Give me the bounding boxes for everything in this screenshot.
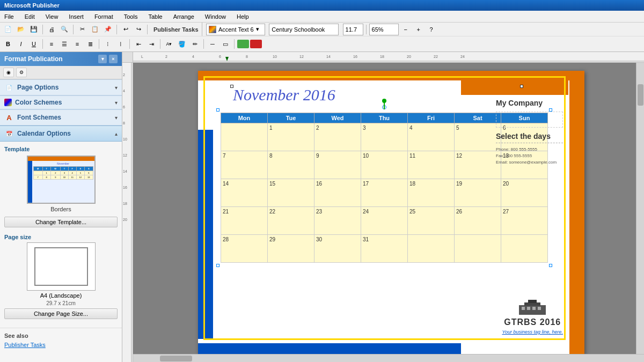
- calendar-cell-r1-c3[interactable]: 2: [314, 123, 361, 151]
- copy-button[interactable]: 📋: [89, 24, 101, 35]
- sidebar-close-icon[interactable]: ×: [109, 55, 118, 63]
- calendar-cell-r3-c3[interactable]: 16: [314, 179, 361, 207]
- help-button[interactable]: ?: [426, 24, 437, 35]
- font-schemes-header[interactable]: A Font Schemes ▾: [0, 109, 122, 125]
- calendar-cell-r4-c7[interactable]: 27: [501, 207, 548, 235]
- calendar-cell-r5-c3[interactable]: 30: [314, 235, 361, 263]
- menu-arrange[interactable]: Arrange: [171, 12, 196, 21]
- redo-button[interactable]: ↪: [133, 24, 144, 35]
- align-center-button[interactable]: ☰: [58, 38, 70, 50]
- line-style-button[interactable]: ─: [207, 38, 218, 50]
- zoom-out-button[interactable]: −: [400, 24, 412, 35]
- calendar-cell-r1-c2[interactable]: 1: [268, 123, 314, 151]
- bullet-list-button[interactable]: ⁝: [102, 38, 114, 50]
- canvas-scrollbar-horizontal[interactable]: [133, 354, 644, 362]
- number-list-button[interactable]: ⁞: [115, 38, 127, 50]
- calendar-cell-r1-c1[interactable]: [221, 123, 268, 151]
- scroll-thumb-horizontal[interactable]: [160, 356, 192, 361]
- calendar-cell-r5-c5[interactable]: [408, 235, 455, 263]
- scroll-thumb-vertical[interactable]: [638, 84, 643, 106]
- sep5: [366, 25, 367, 34]
- border-button[interactable]: ▭: [219, 38, 231, 50]
- calendar-cell-r1-c5[interactable]: 4: [408, 123, 455, 151]
- page-options-header[interactable]: 📄 Page Options ▾: [0, 79, 122, 95]
- calendar-cell-r3-c1[interactable]: 14: [221, 179, 268, 207]
- calendar-options-header[interactable]: 📅 Calendar Options ▴: [0, 125, 122, 142]
- calendar-cell-r2-c5[interactable]: 11: [408, 151, 455, 179]
- calendar-cell-r2-c4[interactable]: 10: [361, 151, 408, 179]
- menu-tools[interactable]: Tools: [122, 12, 140, 21]
- line-color-button[interactable]: ✏: [189, 38, 201, 50]
- menu-help[interactable]: Help: [235, 12, 251, 21]
- calendar-cell-r3-c6[interactable]: 19: [455, 179, 501, 207]
- accent-selector[interactable]: Accent Text 6 ▾: [206, 24, 265, 35]
- italic-button[interactable]: I: [15, 38, 27, 50]
- cut-button[interactable]: ✂: [76, 24, 88, 35]
- save-button[interactable]: 💾: [28, 24, 40, 35]
- menu-edit[interactable]: Edit: [23, 12, 37, 21]
- undo-button[interactable]: ↩: [120, 24, 131, 35]
- calendar-cell-r2-c1[interactable]: 7: [221, 151, 268, 179]
- open-button[interactable]: 📂: [15, 24, 27, 35]
- calendar-cell-r3-c7[interactable]: 20: [501, 179, 548, 207]
- calendar-cell-r5-c2[interactable]: 29: [268, 235, 314, 263]
- bold-button[interactable]: B: [2, 38, 14, 50]
- calendar-cell-r2-c2[interactable]: 8: [268, 151, 314, 179]
- calendar-cell-r4-c6[interactable]: 26: [455, 207, 501, 235]
- font-name-input[interactable]: [269, 24, 339, 35]
- sidebar-arrow-icon[interactable]: ▾: [98, 55, 107, 63]
- svg-text:4: 4: [192, 55, 194, 58]
- green-square-button[interactable]: [237, 40, 249, 48]
- calendar-cell-r3-c2[interactable]: 15: [268, 179, 314, 207]
- accent-dropdown-icon[interactable]: ▾: [256, 26, 259, 33]
- svg-text:18: 18: [380, 55, 384, 58]
- sidebar-settings-button[interactable]: ⚙: [16, 68, 27, 77]
- calendar-cell-r3-c4[interactable]: 17: [361, 179, 408, 207]
- align-left-button[interactable]: ≡: [46, 38, 57, 50]
- font-color-button[interactable]: A▾: [163, 38, 175, 50]
- page-container: November 2016: [144, 71, 639, 357]
- decrease-indent-button[interactable]: ⇤: [133, 38, 144, 50]
- menu-view[interactable]: View: [43, 12, 61, 21]
- menu-table[interactable]: Table: [146, 12, 164, 21]
- align-right-button[interactable]: ≡: [71, 38, 83, 50]
- change-template-button[interactable]: Change Template...: [4, 217, 118, 227]
- calendar-cell-r5-c6[interactable]: [455, 235, 501, 263]
- red-square-button[interactable]: [250, 40, 262, 48]
- color-schemes-header[interactable]: Color Schemes ▾: [0, 95, 122, 109]
- border-orange-block: [461, 71, 568, 95]
- calendar-cell-r2-c3[interactable]: 9: [314, 151, 361, 179]
- zoom-in-button[interactable]: +: [413, 24, 425, 35]
- fill-color-button[interactable]: 🪣: [176, 38, 188, 50]
- sidebar-back-button[interactable]: ◉: [3, 68, 14, 77]
- underline-button[interactable]: U: [28, 38, 40, 50]
- print-button[interactable]: 🖨: [46, 24, 57, 35]
- menu-file[interactable]: File: [2, 12, 16, 21]
- calendar-cell-r4-c2[interactable]: 22: [268, 207, 314, 235]
- calendar-cell-r5-c7[interactable]: [501, 235, 548, 263]
- calendar-cell-r5-c1[interactable]: 28: [221, 235, 268, 263]
- justify-button[interactable]: ≣: [84, 38, 96, 50]
- publisher-tasks-link[interactable]: Publisher Tasks: [4, 342, 46, 348]
- increase-indent-button[interactable]: ⇥: [145, 38, 157, 50]
- calendar-cell-r5-c4[interactable]: 31: [361, 235, 408, 263]
- calendar-cell-r4-c1[interactable]: 21: [221, 207, 268, 235]
- print-preview-button[interactable]: 🔍: [58, 24, 70, 35]
- calendar-cell-r1-c4[interactable]: 3: [361, 123, 408, 151]
- menu-window[interactable]: Window: [203, 12, 228, 21]
- building-icon: [516, 300, 548, 316]
- change-page-size-button[interactable]: Change Page Size...: [4, 308, 118, 319]
- calendar-cell-r1-c6[interactable]: 5: [455, 123, 501, 151]
- menu-format[interactable]: Format: [92, 12, 115, 21]
- calendar-cell-r2-c6[interactable]: 12: [455, 151, 501, 179]
- font-size-input[interactable]: [343, 24, 363, 35]
- canvas-scrollbar-vertical[interactable]: [636, 63, 644, 354]
- calendar-cell-r4-c5[interactable]: 25: [408, 207, 455, 235]
- calendar-cell-r4-c4[interactable]: 24: [361, 207, 408, 235]
- paste-button[interactable]: 📌: [102, 24, 114, 35]
- calendar-cell-r4-c3[interactable]: 23: [314, 207, 361, 235]
- zoom-input[interactable]: [369, 24, 399, 35]
- new-button[interactable]: 📄: [2, 24, 14, 35]
- calendar-cell-r3-c5[interactable]: 18: [408, 179, 455, 207]
- menu-insert[interactable]: Insert: [67, 12, 86, 21]
